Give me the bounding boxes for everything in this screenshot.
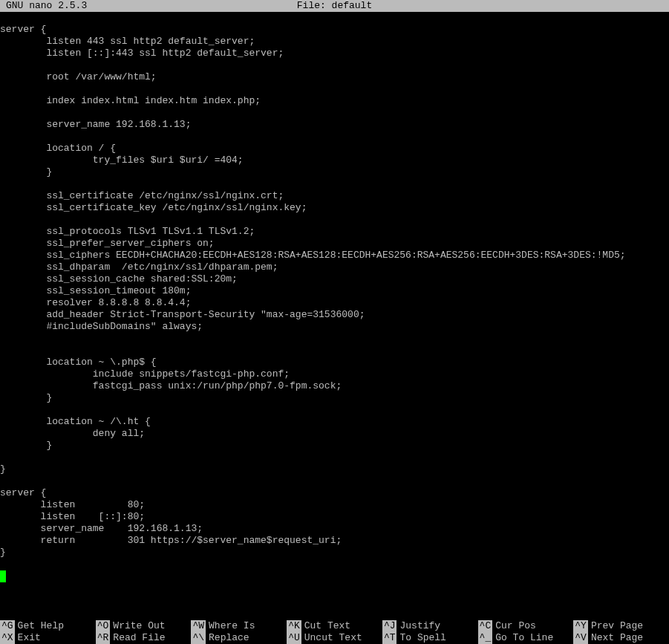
editor-line: ssl_session_cache shared:SSL:20m;	[0, 273, 669, 285]
shortcut[interactable]: ^VNext Page	[573, 632, 669, 644]
shortcut-key: ^J	[382, 620, 397, 632]
shortcut-key: ^U	[287, 632, 301, 644]
shortcut-label: Cut Text	[304, 620, 350, 632]
shortcut-label: Replace	[209, 632, 249, 644]
shortcut-label: Cur Pos	[495, 620, 536, 632]
shortcut-key: ^T	[382, 632, 397, 644]
editor-line: root /var/www/html;	[0, 71, 669, 83]
footer-row-2: ^XExit^RRead File^\Replace^UUncut Text^T…	[0, 632, 669, 644]
shortcut[interactable]: ^JJustify	[382, 620, 478, 632]
footer-row-1: ^GGet Help^OWrite Out^WWhere Is^KCut Tex…	[0, 620, 669, 632]
footer: ^GGet Help^OWrite Out^WWhere Is^KCut Tex…	[0, 620, 669, 644]
shortcut-key: ^O	[96, 620, 111, 632]
shortcut[interactable]: ^YPrev Page	[573, 620, 669, 632]
editor-line: }	[0, 166, 669, 178]
editor-line: }	[0, 392, 669, 404]
editor-line: index index.html index.htm index.php;	[0, 95, 669, 107]
cursor-line	[0, 570, 669, 582]
editor-line: ssl_session_timeout 180m;	[0, 285, 669, 297]
editor-line	[0, 12, 669, 24]
shortcut-label: Get Help	[18, 620, 64, 632]
editor-line: resolver 8.8.8.8 8.8.4.4;	[0, 297, 669, 309]
shortcut-label: Justify	[399, 620, 440, 632]
editor-line: location ~ \.php$ {	[0, 357, 669, 368]
editor-line: return 301 https://$server_name$request_…	[0, 535, 669, 547]
shortcut[interactable]: ^OWrite Out	[96, 620, 192, 632]
editor-line: listen [::]:80;	[0, 511, 669, 523]
editor-line: }	[0, 464, 669, 475]
shortcut[interactable]: ^UUncut Text	[287, 632, 382, 644]
editor-line	[0, 404, 669, 416]
editor-line: ssl_certificate /etc/nginx/ssl/nginx.crt…	[0, 190, 669, 202]
editor-line: #includeSubDomains" always;	[0, 321, 669, 333]
file-name: File: default	[297, 0, 372, 12]
shortcut-label: Read File	[113, 632, 165, 644]
editor-line: location ~ /\.ht {	[0, 416, 669, 428]
shortcut-label: Uncut Text	[304, 632, 362, 644]
shortcut-label: Write Out	[113, 620, 165, 632]
shortcut-label: Prev Page	[591, 620, 643, 632]
editor-line	[0, 452, 669, 464]
editor-line: }	[0, 547, 669, 559]
shortcut-key: ^V	[573, 632, 588, 644]
editor-line: fastcgi_pass unix:/run/php/php7.0-fpm.so…	[0, 380, 669, 392]
shortcut-key: ^_	[478, 632, 493, 644]
shortcut[interactable]: ^\Replace	[191, 632, 287, 644]
editor-line: location / {	[0, 143, 669, 155]
editor-line	[0, 214, 669, 226]
shortcut[interactable]: ^_Go To Line	[478, 632, 574, 644]
shortcut[interactable]: ^CCur Pos	[478, 620, 574, 632]
app-name: GNU nano 2.5.3	[6, 0, 87, 12]
editor-line: }	[0, 440, 669, 452]
titlebar: GNU nano 2.5.3 File: default	[0, 0, 669, 12]
editor-line	[0, 59, 669, 71]
editor-line	[0, 345, 669, 357]
shortcut-key: ^X	[0, 632, 15, 644]
editor-line	[0, 107, 669, 119]
editor-line	[0, 178, 669, 190]
shortcut-label: Exit	[18, 632, 41, 644]
editor-line: try_files $uri $uri/ =404;	[0, 155, 669, 166]
editor-line: listen 443 ssl http2 default_server;	[0, 36, 669, 48]
shortcut[interactable]: ^WWhere Is	[191, 620, 287, 632]
editor-line	[0, 83, 669, 95]
shortcut-key: ^K	[287, 620, 301, 632]
shortcut-key: ^R	[96, 632, 111, 644]
shortcut-label: Where Is	[209, 620, 255, 632]
shortcut-label: Next Page	[591, 632, 643, 644]
shortcut-key: ^Y	[573, 620, 588, 632]
editor-line: listen 80;	[0, 499, 669, 511]
editor-line: ssl_prefer_server_ciphers on;	[0, 238, 669, 250]
shortcut-key: ^G	[0, 620, 15, 632]
editor-line: ssl_certificate_key /etc/nginx/ssl/nginx…	[0, 202, 669, 214]
editor-line: server {	[0, 24, 669, 36]
editor-line: include snippets/fastcgi-php.conf;	[0, 368, 669, 380]
editor-line	[0, 131, 669, 143]
editor-line	[0, 475, 669, 487]
editor-line	[0, 333, 669, 345]
editor-line: deny all;	[0, 428, 669, 440]
shortcut[interactable]: ^XExit	[0, 632, 96, 644]
editor-line	[0, 559, 669, 570]
shortcut[interactable]: ^KCut Text	[287, 620, 382, 632]
shortcut[interactable]: ^GGet Help	[0, 620, 96, 632]
shortcut-key: ^\	[191, 632, 206, 644]
shortcut-label: To Spell	[399, 632, 446, 644]
cursor	[0, 570, 6, 582]
editor-area[interactable]: server { listen 443 ssl http2 default_se…	[0, 12, 669, 620]
editor-line: server_name 192.168.1.13;	[0, 119, 669, 131]
shortcut[interactable]: ^TTo Spell	[382, 632, 478, 644]
shortcut-key: ^W	[191, 620, 206, 632]
shortcut[interactable]: ^RRead File	[96, 632, 192, 644]
shortcut-key: ^C	[478, 620, 493, 632]
editor-line: ssl_dhparam /etc/nginx/ssl/dhparam.pem;	[0, 261, 669, 273]
shortcut-label: Go To Line	[495, 632, 553, 644]
editor-line: server_name 192.168.1.13;	[0, 523, 669, 535]
editor-line: ssl_protocols TLSv1 TLSv1.1 TLSv1.2;	[0, 226, 669, 238]
editor-line: listen [::]:443 ssl http2 default_server…	[0, 48, 669, 59]
editor-line: add_header Strict-Transport-Security "ma…	[0, 309, 669, 321]
editor-line: server {	[0, 487, 669, 499]
editor-line: ssl_ciphers EECDH+CHACHA20:EECDH+AES128:…	[0, 250, 669, 261]
